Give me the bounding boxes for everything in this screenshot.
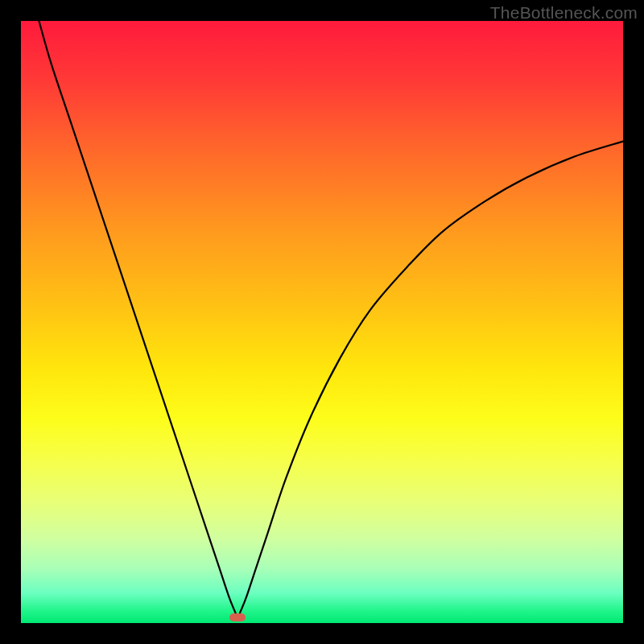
watermark-text: TheBottleneck.com [490, 3, 638, 23]
chart-svg [21, 21, 623, 623]
plot-area [21, 21, 623, 623]
bottleneck-curve [39, 21, 623, 617]
minimum-marker [229, 613, 246, 621]
